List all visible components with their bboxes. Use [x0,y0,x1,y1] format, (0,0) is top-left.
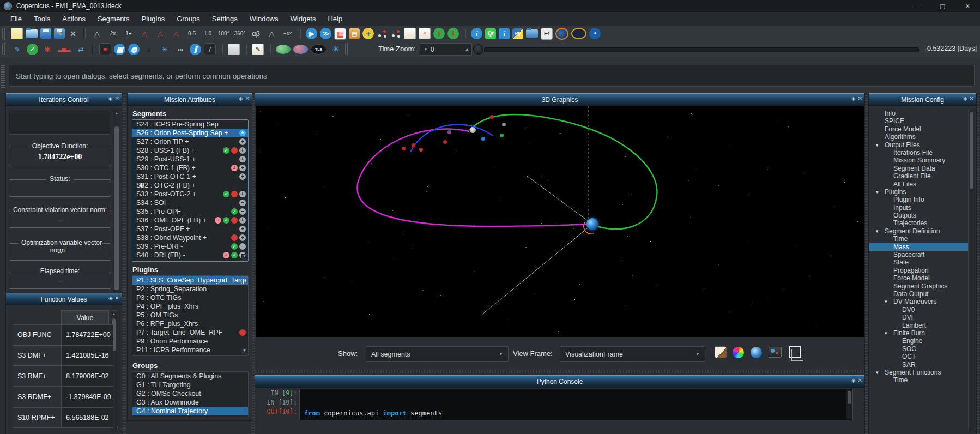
swap-arrows-icon[interactable]: ⇄ [74,43,87,55]
tree-item[interactable]: All Files [869,180,969,188]
close-panel-icon[interactable]: ✕ [245,96,250,101]
color-settings-button[interactable] [731,345,746,359]
menu-item[interactable]: Actions [56,12,92,26]
tree-item[interactable]: DVF [869,314,969,321]
green-planet-icon[interactable] [276,45,291,54]
menu-item[interactable]: Tools [28,12,56,26]
plugin-row[interactable]: P3 : OTC TIGs [132,293,248,302]
close-panel-icon[interactable]: ✕ [858,378,862,383]
mission-patch-icon[interactable] [571,28,586,39]
open-file-icon[interactable] [26,29,38,38]
close-panel-icon[interactable]: ✕ [115,296,119,301]
splitter[interactable] [123,93,126,434]
celestial-body-button[interactable] [749,345,764,359]
float-panel-icon[interactable]: ◈ [851,96,856,101]
close-panel-icon[interactable]: ✕ [970,96,974,101]
minus-alpha-squared-icon[interactable]: −α² [281,28,294,40]
menu-item[interactable]: Settings [206,12,244,26]
plugin-row[interactable]: P6 : RPF_plus_Xhrs [132,320,248,328]
segment-row[interactable]: S36 : OME OPF (FB) + J ✓ + [132,216,248,225]
segment-row[interactable]: S34 : SOI - − [132,198,248,207]
scale-2x-icon[interactable]: 2x [106,28,119,40]
tree-item[interactable]: SOC [869,345,969,353]
plugin-row[interactable]: P9 : Orion Performance [132,337,248,346]
maximize-button[interactable]: ▢ [930,0,955,12]
view-3d-button[interactable] [787,345,802,359]
tune-icon[interactable]: ∥ [190,44,201,55]
close-panel-icon[interactable]: ✕ [858,96,862,101]
tree-item[interactable]: Engine [869,337,969,345]
nosecone-icon[interactable]: ▲ [142,43,155,55]
about-icon[interactable]: i [499,28,510,39]
node-graph-icon[interactable] [377,28,388,40]
folder-icon[interactable] [526,29,538,38]
drag-handle[interactable] [1,64,5,88]
tree-item[interactable]: Propagation [869,267,969,274]
tree-expander-icon[interactable]: ▾ [876,141,879,149]
segment-row[interactable]: S33 : Post-OTC-2 + ✓ + [132,190,248,198]
console-scrollbar[interactable] [846,390,852,419]
new-file-icon[interactable] [11,28,23,39]
time-slider-track[interactable] [484,47,919,52]
tree-item[interactable]: OCT [869,353,969,360]
f4-key-icon[interactable]: F4 [541,28,553,40]
tree-item[interactable]: Time [869,376,969,384]
tree-item[interactable]: Mass [869,243,969,251]
tree-item[interactable]: Info [869,110,969,117]
node-graph2-icon[interactable] [390,28,401,40]
menu-item[interactable]: Groups [171,12,206,26]
segment-row[interactable]: S38 : Obnd Waypoint + + [132,233,248,242]
menu-item[interactable]: Widgets [285,12,322,26]
download-check-icon[interactable]: ⇓ [447,28,459,39]
segment-row[interactable]: S32 : OTC-2 (FB) + ✳ [132,181,248,190]
tree-item[interactable]: Algorithms [869,133,969,141]
group-row[interactable]: G1 : TLI Targeting [132,381,248,389]
menu-item[interactable]: Help [322,12,348,26]
menu-item[interactable]: File [4,12,28,26]
close-panel-icon[interactable]: ✕ [115,96,119,101]
tree-item[interactable]: Plugin Info [869,196,969,203]
validate-icon[interactable]: ✓ [27,44,38,55]
plugin-row[interactable]: P2 : Spring_Separation [132,285,248,293]
chevron-down-icon[interactable]: ▼ [420,47,431,52]
upload-check-icon[interactable]: ⇑ [433,28,445,39]
function-name-cell[interactable]: S3 RDMF+ [13,387,65,407]
drag-handle[interactable] [255,370,864,373]
group-row[interactable]: G2 : OMSe Checkout [132,389,248,398]
atom-icon[interactable]: ✳ [158,43,171,55]
scale-1plus-icon[interactable]: 1+ [122,28,135,40]
menu-item[interactable]: Segments [92,12,136,26]
menu-item[interactable]: Plugins [136,12,171,26]
group-row[interactable]: G0 : All Segments & Plugins [132,372,248,381]
save-icon[interactable] [40,28,51,39]
close-button[interactable]: ✕ [955,0,980,12]
iteration-log-box[interactable] [9,111,110,135]
scale-05-icon[interactable]: 0.5 [185,28,198,40]
scale-10-icon[interactable]: 1.0 [201,28,214,40]
design-tool-icon[interactable]: ✎ [11,43,24,55]
tree-item[interactable]: ▾ Segment Functions [869,369,969,376]
tree-item[interactable]: Inputs [869,204,969,212]
scale-icon[interactable]: △ [90,28,104,40]
scale-a-icon[interactable]: △ [265,28,278,40]
plugin-row[interactable]: P7 : Target_Line_OME_RPF [132,328,248,337]
blank-doc-icon[interactable] [404,28,416,39]
function-name-cell[interactable]: S3 RMF+ [13,366,65,387]
tree-item[interactable]: Segment Data [869,165,969,172]
tree-item[interactable]: Spacecraft [869,251,969,258]
plugin-row[interactable]: P11 : ICPS Performance [132,346,248,354]
tree-item[interactable]: SAR [869,361,969,369]
function-name-cell[interactable]: S10 RPMF+ [13,407,65,428]
segment-row[interactable]: S37 : Post-OPF + + [132,225,248,233]
tree-item[interactable]: Gradient File [869,172,969,180]
rotate-180-icon[interactable]: 180° [217,28,231,40]
clipboard-icon[interactable]: ▤ [349,28,360,39]
separator[interactable] [299,28,301,39]
plot-tool-icon[interactable]: ▂▅▃ [57,43,71,55]
copernicus-logo-icon[interactable] [555,28,568,40]
segment-row[interactable]: S35 : Pre-OPF - ✓ − [132,207,248,216]
nasa-logo-icon[interactable]: ✦ [589,28,601,39]
time-zoom-spinner[interactable]: ▼ 0 ▲ [420,43,472,56]
scroll-down-icon[interactable]: ▼ [241,348,247,355]
red-planet-icon[interactable] [293,45,308,54]
